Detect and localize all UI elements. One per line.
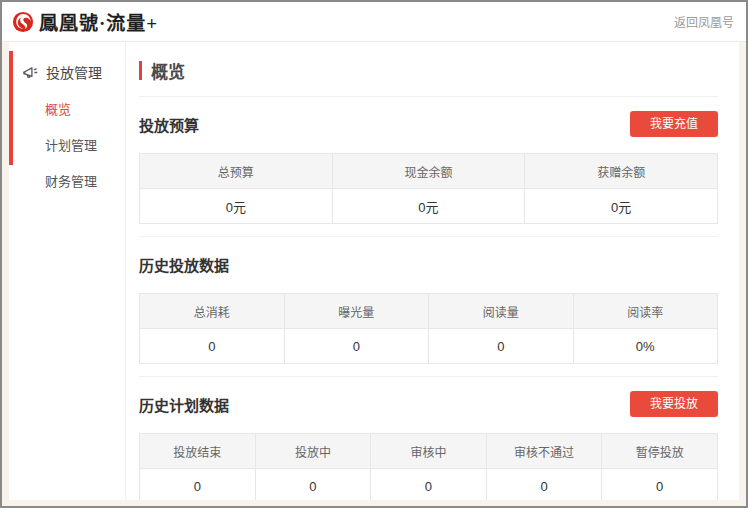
table-value-cell: 0 (429, 329, 574, 364)
page-title-accent-bar (139, 61, 142, 80)
table-header-cell: 阅读量 (429, 294, 574, 329)
table-value-cell: 0 (140, 469, 256, 501)
data-table: 投放结束投放中审核中审核不通过暂停投放 00000 (139, 433, 718, 500)
table-header-cell: 投放结束 (140, 434, 256, 469)
section-divider (139, 376, 718, 377)
table-value-cell: 0 (255, 469, 371, 501)
sidebar-group-ad-management[interactable]: 投放管理 (9, 62, 125, 82)
sidebar-item-plan-management[interactable]: 计划管理 (9, 135, 125, 154)
table-header-cell: 投放中 (255, 434, 371, 469)
table-value-cell: 0% (573, 329, 718, 364)
table-value-cell: 0 (371, 469, 487, 501)
table-value-cell: 0元 (525, 189, 718, 224)
table-header-row: 投放结束投放中审核中审核不通过暂停投放 (140, 434, 718, 469)
section-head: 历史计划数据 我要投放 (139, 391, 718, 417)
table-header-row: 总消耗曝光量阅读量阅读率 (140, 294, 718, 329)
table-value-row: 00000 (140, 469, 718, 501)
section-head: 投放预算 我要充值 (139, 111, 718, 137)
table-value-cell: 0 (602, 469, 718, 501)
page-title-row: 概览 (139, 56, 718, 83)
table-header-cell: 总预算 (140, 154, 333, 189)
table-value-cell: 0元 (140, 189, 333, 224)
back-to-phoenix-link[interactable]: 返回凤凰号 (674, 13, 734, 30)
title-divider (139, 96, 718, 97)
table-header-cell: 曝光量 (284, 294, 429, 329)
sections-container: 投放预算 我要充值 总预算现金余额获赠余额 0元0元0元 历史投放数据 总消耗曝… (139, 111, 718, 500)
phoenix-logo[interactable]: 鳳凰號·流量+ (12, 8, 158, 35)
section-heading: 投放预算 (139, 114, 199, 135)
sidebar: 投放管理 概览计划管理财务管理 (9, 42, 126, 500)
main-content: 概览 投放预算 我要充值 总预算现金余额获赠余额 0元0元0元 历史投放数据 总… (126, 42, 739, 500)
table-header-row: 总预算现金余额获赠余额 (140, 154, 718, 189)
table-header-cell: 审核不通过 (486, 434, 602, 469)
logo-text: 鳳凰號·流量+ (39, 8, 158, 35)
table-value-cell: 0元 (332, 189, 525, 224)
table-header-cell: 现金余额 (332, 154, 525, 189)
section-history-plan-data: 历史计划数据 我要投放 投放结束投放中审核中审核不通过暂停投放 00000 (139, 391, 718, 500)
section-history-ad-data: 历史投放数据 总消耗曝光量阅读量阅读率 0000% (139, 251, 718, 377)
table-value-cell: 0 (486, 469, 602, 501)
table-header-cell: 总消耗 (140, 294, 285, 329)
section-heading: 历史投放数据 (139, 254, 229, 275)
table-value-cell: 0 (284, 329, 429, 364)
sidebar-menu: 概览计划管理财务管理 (9, 99, 125, 190)
table-value-row: 0000% (140, 329, 718, 364)
section-head: 历史投放数据 (139, 251, 718, 277)
top-header: 鳳凰號·流量+ 返回凤凰号 (2, 2, 746, 42)
page-title: 概览 (151, 58, 185, 83)
launch-button[interactable]: 我要投放 (630, 391, 718, 417)
table-value-cell: 0 (140, 329, 285, 364)
sidebar-group-label: 投放管理 (46, 62, 102, 82)
content-row: 投放管理 概览计划管理财务管理 概览 投放预算 我要充值 总预算现金余额获赠余额… (2, 42, 746, 506)
recharge-button[interactable]: 我要充值 (630, 111, 718, 137)
table-value-row: 0元0元0元 (140, 189, 718, 224)
phoenix-logo-icon (12, 11, 34, 33)
section-divider (139, 236, 718, 237)
megaphone-icon (22, 64, 39, 81)
sidebar-item-finance-management[interactable]: 财务管理 (9, 171, 125, 190)
section-ad-budget: 投放预算 我要充值 总预算现金余额获赠余额 0元0元0元 (139, 111, 718, 237)
data-table: 总消耗曝光量阅读量阅读率 0000% (139, 293, 718, 364)
table-header-cell: 暂停投放 (602, 434, 718, 469)
table-header-cell: 获赠余额 (525, 154, 718, 189)
app-window: 鳳凰號·流量+ 返回凤凰号 投放管理 概览计划管理财务管理 概览 (0, 0, 748, 508)
sidebar-accent-bar (9, 51, 13, 165)
data-table: 总预算现金余额获赠余额 0元0元0元 (139, 153, 718, 224)
section-heading: 历史计划数据 (139, 394, 229, 415)
table-header-cell: 审核中 (371, 434, 487, 469)
table-header-cell: 阅读率 (573, 294, 718, 329)
sidebar-item-overview[interactable]: 概览 (9, 99, 125, 118)
